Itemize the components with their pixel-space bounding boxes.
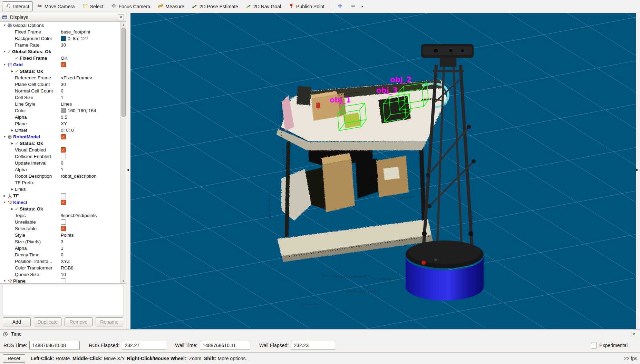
add-display-button[interactable]: Add bbox=[3, 317, 31, 326]
tree-row[interactable]: Cell Size1 bbox=[0, 94, 121, 101]
property-value[interactable]: ✓ bbox=[61, 225, 66, 232]
expander-open-icon[interactable]: ▼ bbox=[2, 61, 7, 68]
tree-row[interactable]: Frame Rate30 bbox=[0, 42, 121, 48]
property-value[interactable] bbox=[61, 193, 66, 199]
tree-row[interactable]: ▶✓Status: Ok bbox=[0, 68, 121, 75]
property-value[interactable]: 0 bbox=[61, 160, 64, 166]
collapse-left-icon[interactable]: ◀ bbox=[127, 168, 129, 171]
tool-measure[interactable]: Measure bbox=[154, 1, 187, 11]
property-value[interactable]: Points bbox=[61, 232, 74, 238]
tree-row[interactable]: ▼Grid✓ bbox=[0, 61, 121, 68]
scroll-up-icon[interactable]: ▲ bbox=[121, 22, 126, 27]
property-value[interactable]: 0; 0; 0 bbox=[61, 127, 74, 134]
experimental-checkbox[interactable] bbox=[591, 343, 597, 348]
property-value[interactable]: 0 bbox=[61, 88, 64, 94]
expander-closed-icon[interactable]: ▶ bbox=[10, 127, 15, 134]
tool-plus-icon[interactable] bbox=[334, 1, 346, 11]
property-value[interactable]: 0.5 bbox=[61, 114, 67, 120]
wall-time-input[interactable] bbox=[200, 341, 250, 350]
close-time-panel-button[interactable]: ✕ bbox=[631, 331, 637, 337]
expander-open-icon[interactable]: ▼ bbox=[2, 48, 7, 55]
tool-focus-camera[interactable]: Focus Camera bbox=[108, 1, 154, 11]
tree-row[interactable]: Alpha1 bbox=[0, 245, 121, 252]
property-value[interactable]: Lines bbox=[61, 101, 72, 107]
property-value[interactable]: 3 bbox=[61, 238, 64, 245]
property-value[interactable]: base_footprint bbox=[61, 29, 90, 35]
property-value[interactable]: robot_description bbox=[61, 173, 97, 179]
tree-row[interactable]: Unreliable bbox=[0, 219, 121, 225]
tree-row[interactable]: Position Transfo...XYZ bbox=[0, 258, 121, 265]
toolbar-dropdown-caret-icon[interactable]: ▾ bbox=[360, 4, 365, 8]
tree-row[interactable]: Update Interval0 bbox=[0, 160, 121, 166]
checkbox-checked[interactable]: ✓ bbox=[61, 226, 66, 231]
tree-row[interactable]: TF Prefix bbox=[0, 179, 121, 186]
property-value[interactable]: XY bbox=[61, 120, 67, 127]
tree-row[interactable]: Topic/kinect2/sd/points bbox=[0, 212, 121, 219]
tree-row[interactable]: Fixed Framebase_footprint bbox=[0, 29, 121, 35]
property-value[interactable]: <Fixed Frame> bbox=[61, 75, 93, 81]
checkbox-checked[interactable]: ✓ bbox=[61, 134, 66, 139]
tree-row[interactable]: StylePoints bbox=[0, 232, 121, 238]
tool-select[interactable]: Select bbox=[79, 1, 107, 11]
expander-closed-icon[interactable]: ▶ bbox=[2, 193, 7, 199]
property-value[interactable]: 1 bbox=[61, 166, 64, 173]
3d-viewport[interactable]: obj_1 obj_2 obj_3 bbox=[130, 13, 636, 329]
tool-2d-pose-estimate[interactable]: 2D Pose Estimate bbox=[188, 1, 242, 11]
tool-2d-nav-goal[interactable]: 2D Nav Goal bbox=[242, 1, 284, 11]
tree-row[interactable]: Color TransformerRGB8 bbox=[0, 265, 121, 271]
checkbox-checked[interactable]: ✓ bbox=[61, 62, 66, 67]
expander-closed-icon[interactable]: ▶ bbox=[10, 140, 15, 147]
tree-row[interactable]: Selectable✓ bbox=[0, 225, 121, 232]
wall-elapsed-input[interactable] bbox=[291, 341, 335, 350]
expander-closed-icon[interactable]: ▶ bbox=[10, 186, 15, 193]
tree-row[interactable]: Queue Size10 bbox=[0, 271, 121, 278]
close-displays-panel-button[interactable]: ✕ bbox=[118, 14, 124, 20]
property-value[interactable]: ✓ bbox=[61, 134, 66, 140]
panel-splitter-right[interactable]: ▶ bbox=[636, 13, 640, 329]
property-value[interactable] bbox=[61, 153, 66, 160]
property-value[interactable]: OK bbox=[61, 55, 68, 61]
ros-time-input[interactable] bbox=[29, 341, 80, 350]
property-value[interactable]: 0; 85; 127 bbox=[61, 35, 88, 42]
tree-row[interactable]: ▶Links bbox=[0, 186, 121, 193]
tree-row[interactable]: Collision Enabled bbox=[0, 153, 121, 160]
property-value[interactable]: 1 bbox=[61, 245, 64, 252]
tree-row[interactable]: ▶TF bbox=[0, 193, 121, 199]
expander-open-icon[interactable]: ▼ bbox=[2, 134, 7, 140]
tree-row[interactable]: Alpha0.5 bbox=[0, 114, 121, 120]
expander-open-icon[interactable]: ▼ bbox=[2, 278, 7, 283]
time-panel-titlebar[interactable]: Time ✕ bbox=[0, 329, 640, 338]
property-value[interactable]: 160; 160; 164 bbox=[61, 107, 96, 114]
property-value[interactable]: 30 bbox=[61, 42, 66, 48]
tool-minus-icon[interactable] bbox=[347, 1, 359, 11]
tree-row[interactable]: Color160; 160; 164 bbox=[0, 107, 121, 114]
scrollbar-thumb[interactable] bbox=[122, 28, 126, 117]
expander-closed-icon[interactable]: ▶ bbox=[10, 206, 15, 212]
checkbox-checked[interactable]: ✓ bbox=[61, 147, 66, 153]
checkbox-checked[interactable]: ✓ bbox=[61, 200, 66, 205]
property-value[interactable]: ✓ bbox=[61, 61, 66, 68]
checkbox-unchecked[interactable] bbox=[61, 278, 66, 283]
scroll-down-icon[interactable]: ▼ bbox=[121, 278, 126, 283]
tool-publish-point[interactable]: Publish Point bbox=[285, 1, 328, 11]
ros-elapsed-input[interactable] bbox=[122, 341, 166, 350]
panel-splitter-left[interactable]: ◀ bbox=[126, 13, 130, 329]
tree-row[interactable]: Background Color0; 85; 127 bbox=[0, 35, 121, 42]
tree-row[interactable]: ▶✓Status: Ok bbox=[0, 140, 121, 147]
tree-row[interactable]: Alpha1 bbox=[0, 166, 121, 173]
property-value[interactable] bbox=[61, 278, 66, 283]
property-value[interactable]: 30 bbox=[61, 81, 66, 88]
tree-row[interactable]: Line StyleLines bbox=[0, 101, 121, 107]
property-value[interactable]: ✓ bbox=[61, 147, 66, 153]
expander-open-icon[interactable]: ▼ bbox=[2, 22, 7, 29]
property-value[interactable]: 1 bbox=[61, 94, 64, 101]
tool-interact[interactable]: Interact bbox=[2, 1, 33, 11]
checkbox-unchecked[interactable] bbox=[61, 154, 66, 159]
tree-row[interactable]: Decay Time0 bbox=[0, 252, 121, 258]
render-canvas[interactable]: obj_1 obj_2 obj_3 bbox=[130, 13, 636, 329]
tree-row[interactable]: PlaneXY bbox=[0, 120, 121, 127]
tree-row[interactable]: Robot Descriptionrobot_description bbox=[0, 173, 121, 179]
tree-row[interactable]: ▶Offset0; 0; 0 bbox=[0, 127, 121, 134]
property-value[interactable] bbox=[61, 219, 66, 225]
expander-open-icon[interactable]: ▼ bbox=[2, 199, 7, 206]
